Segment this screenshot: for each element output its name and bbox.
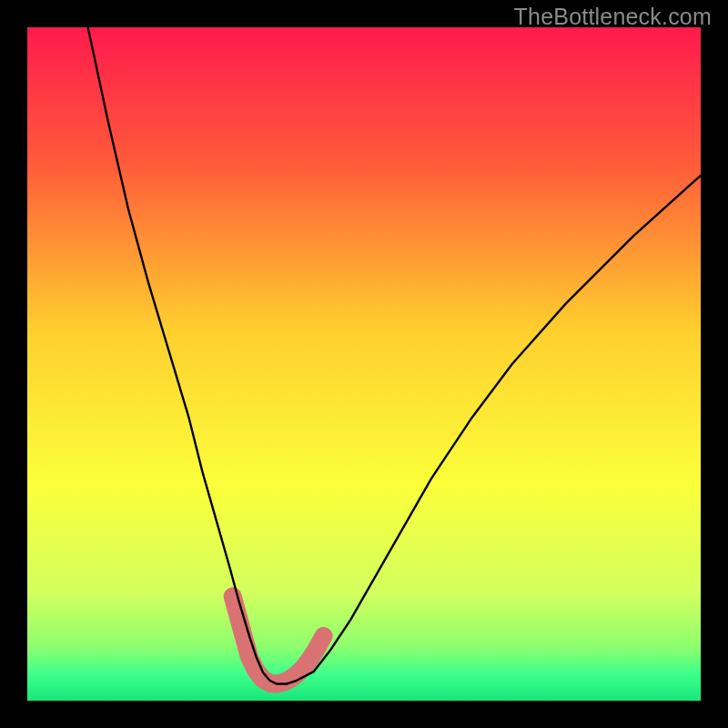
gradient-background <box>27 27 701 701</box>
plot-area <box>27 27 701 701</box>
chart-frame: TheBottleneck.com <box>0 0 728 728</box>
watermark-text: TheBottleneck.com <box>514 4 712 30</box>
chart-canvas <box>27 27 701 701</box>
